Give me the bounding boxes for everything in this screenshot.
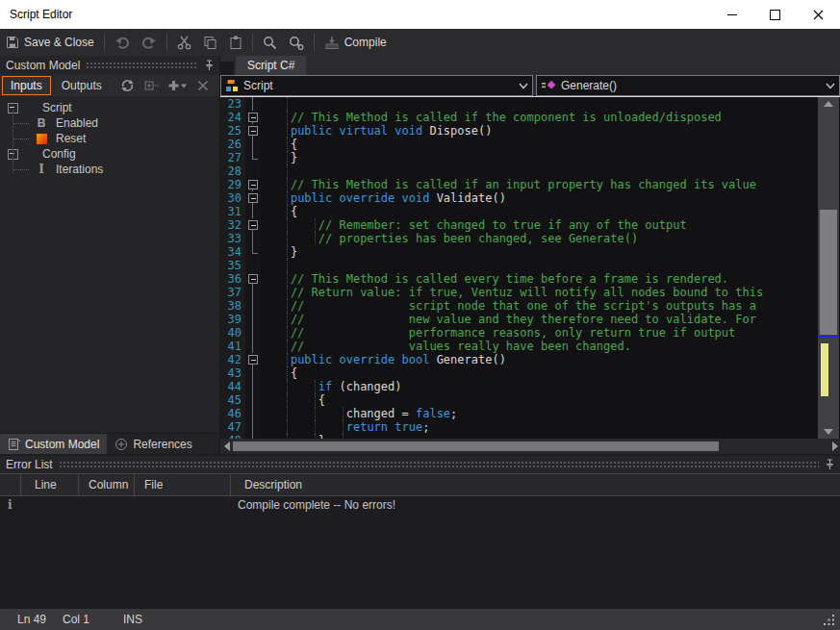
compile-button[interactable]: Compile [318, 31, 393, 54]
error-col-icon[interactable] [0, 474, 21, 495]
code-line[interactable]: 32 // Remember: set changed to true if a… [220, 218, 817, 232]
code-text: // script node that one of the script's … [261, 299, 817, 313]
cut-button[interactable] [171, 31, 197, 54]
tree-item-reset[interactable]: Reset [0, 131, 219, 146]
error-col-column[interactable]: Column [79, 474, 135, 495]
code-line[interactable]: 35 [220, 259, 817, 272]
expand-all-button[interactable] [144, 80, 159, 91]
fold-line [252, 286, 253, 299]
find-replace-button[interactable] [283, 31, 310, 54]
pin-button[interactable] [204, 60, 214, 71]
fold-end-line [252, 151, 258, 160]
error-row[interactable]: iCompile complete -- No errors! [0, 496, 840, 514]
code-line[interactable]: 34 } [220, 245, 817, 259]
tab-inputs[interactable]: Inputs [2, 76, 51, 95]
delete-x-icon [197, 80, 209, 91]
code-line[interactable]: 47 return true; [220, 420, 817, 434]
code-line[interactable]: 46 changed = false; [220, 407, 817, 420]
minimize-button[interactable] [710, 0, 753, 29]
add-property-button[interactable] [168, 80, 188, 91]
code-line[interactable]: 28 [220, 164, 817, 178]
scroll-right-button[interactable] [828, 439, 840, 454]
scroll-down-button[interactable] [818, 425, 839, 439]
member-dropdown-arrow[interactable] [822, 76, 839, 95]
code-line[interactable]: 29 // This Method is called if an input … [220, 178, 817, 191]
copy-button[interactable] [197, 31, 223, 54]
maximize-button[interactable] [753, 0, 797, 29]
error-col-file[interactable]: File [135, 474, 231, 495]
code-line[interactable]: 25 public virtual void Dispose() [220, 124, 817, 138]
redo-button[interactable] [136, 31, 163, 54]
paste-button[interactable] [223, 31, 248, 54]
delete-property-button[interactable] [197, 80, 209, 91]
code-text: // This Method is called every time befo… [261, 272, 817, 286]
code-line[interactable]: 38 // script node that one of the script… [220, 299, 817, 313]
resize-grip[interactable] [824, 615, 835, 626]
code-line[interactable]: 36 // This Method is called every time b… [220, 272, 817, 286]
fold-column [245, 232, 261, 245]
fold-collapse-icon[interactable] [248, 193, 258, 203]
tab-references[interactable]: References [107, 434, 199, 454]
horizontal-scroll-thumb[interactable] [233, 441, 719, 451]
code-line[interactable]: 26 { [220, 138, 817, 151]
code-line[interactable]: 27 } [220, 151, 817, 164]
line-number: 31 [220, 205, 245, 218]
code-editor[interactable]: 2324 // This Method is called if the com… [220, 97, 840, 439]
member-dropdown[interactable]: Generate() [536, 75, 840, 96]
scope-dropdown[interactable]: Script [220, 75, 533, 96]
vertical-scroll-thumb[interactable] [820, 210, 837, 335]
save-close-button[interactable]: Save & Close [0, 31, 100, 54]
code-line[interactable]: 43 { [220, 366, 817, 380]
fold-collapse-icon[interactable] [248, 126, 258, 136]
tree-item-enabled[interactable]: BEnabled [0, 115, 219, 131]
code-line[interactable]: 31 { [220, 205, 817, 218]
splitter-notch[interactable] [220, 62, 234, 75]
fold-collapse-icon[interactable] [248, 180, 258, 189]
code-line[interactable]: 30 public override void Validate() [220, 191, 817, 205]
scope-dropdown-arrow[interactable] [515, 76, 532, 95]
fold-column [245, 380, 261, 393]
tab-custom-model[interactable]: Custom Model [0, 434, 107, 454]
fold-collapse-icon[interactable] [248, 113, 258, 122]
indent-guide [343, 407, 344, 420]
fold-line [252, 340, 253, 353]
tree-item-script[interactable]: Script [0, 100, 219, 115]
code-line[interactable]: 23 [220, 97, 817, 111]
paste-icon [229, 36, 242, 50]
info-icon: i [8, 498, 13, 512]
horizontal-scrollbar[interactable] [220, 439, 840, 454]
code-line[interactable]: 39 // new value and they therefore need … [220, 313, 817, 326]
code-line[interactable]: 24 // This Method is called if the compo… [220, 111, 817, 124]
toolbar-separator [252, 34, 253, 51]
pin-button[interactable] [825, 459, 834, 470]
fold-column [245, 178, 261, 191]
code-token: // This Method is called if an input pro… [263, 178, 756, 191]
undo-button[interactable] [109, 31, 136, 54]
fold-collapse-icon[interactable] [248, 220, 258, 230]
code-line[interactable]: 42 public override bool Generate() [220, 353, 817, 366]
close-button[interactable] [797, 0, 840, 29]
refresh-icon [120, 79, 135, 92]
error-col-line[interactable]: Line [21, 474, 79, 495]
error-col-description[interactable]: Description [231, 474, 840, 495]
script-tabbar: Script C# [220, 56, 840, 75]
scroll-up-button[interactable] [818, 97, 839, 111]
code-line[interactable]: 45 { [220, 393, 817, 407]
refresh-button[interactable] [120, 79, 135, 92]
fold-collapse-icon[interactable] [248, 274, 258, 284]
fold-line [252, 313, 253, 326]
scroll-left-button[interactable] [220, 439, 233, 454]
code-line[interactable]: 44 if (changed) [220, 380, 817, 393]
tree-item-iterations[interactable]: IIterations [0, 162, 219, 177]
code-line[interactable]: 33 // properties has been changed, see G… [220, 232, 817, 245]
vertical-scrollbar[interactable] [818, 97, 839, 439]
tab-outputs[interactable]: Outputs [53, 76, 111, 95]
code-line[interactable]: 40 // performance reasons, only return t… [220, 326, 817, 340]
tree-item-config[interactable]: Config [0, 146, 219, 162]
find-button[interactable] [257, 31, 283, 54]
fold-line [252, 232, 253, 245]
fold-collapse-icon[interactable] [248, 355, 258, 365]
code-line[interactable]: 37 // Return value: if true, Ventuz will… [220, 286, 817, 299]
code-line[interactable]: 41 // values really have been changed. [220, 340, 817, 353]
tab-script-csharp[interactable]: Script C# [236, 56, 306, 75]
